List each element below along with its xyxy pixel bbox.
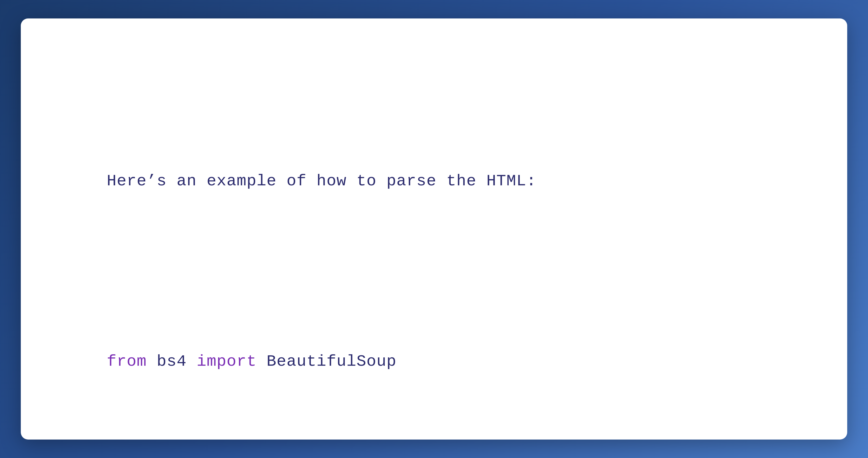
code-block: Here’s an example of how to parse the HT… (47, 39, 821, 458)
intro-text: Here’s an example of how to parse the HT… (107, 172, 536, 190)
line-intro: Here’s an example of how to parse the HT… (47, 143, 821, 220)
import-beautifulsoup: BeautifulSoup (256, 352, 396, 371)
keyword-from: from (107, 352, 147, 371)
code-card: Here’s an example of how to parse the HT… (21, 19, 847, 439)
line-import: from bs4 import BeautifulSoup (47, 323, 821, 400)
keyword-import: import (197, 352, 257, 371)
import-bs4: bs4 (147, 352, 196, 371)
